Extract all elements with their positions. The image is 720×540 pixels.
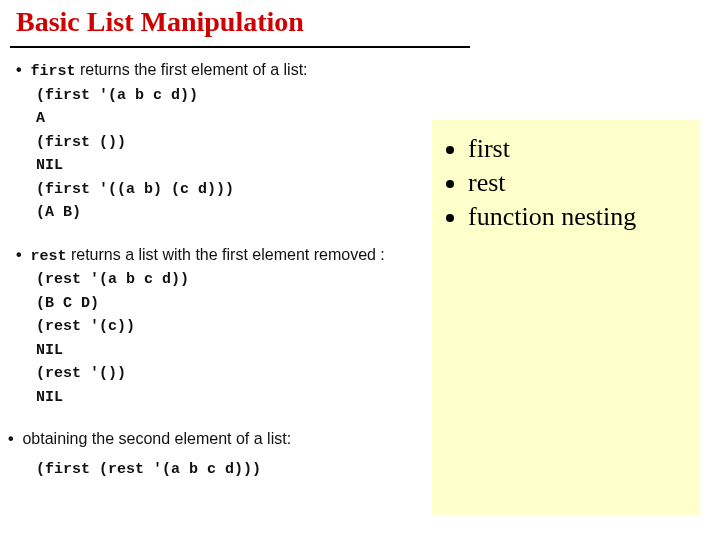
spacer bbox=[16, 411, 476, 421]
code-line: (first '(a b c d)) bbox=[36, 86, 476, 106]
code-line: (first '((a b) (c d))) bbox=[36, 180, 476, 200]
code-line: (B C D) bbox=[36, 294, 476, 314]
list-item: first bbox=[468, 132, 684, 166]
code-line: (rest '(a b c d)) bbox=[36, 270, 476, 290]
bullet-icon: • bbox=[16, 245, 26, 266]
text-token: returns the first element of a list: bbox=[75, 61, 307, 78]
bullet-icon: • bbox=[16, 60, 26, 81]
spacer bbox=[16, 227, 476, 237]
code-line: (rest '(c)) bbox=[36, 317, 476, 337]
bullet-line: • first returns the first element of a l… bbox=[16, 60, 476, 82]
list-item: function nesting bbox=[468, 200, 684, 234]
code-line: (first (rest '(a b c d))) bbox=[36, 460, 476, 480]
code-token: rest bbox=[30, 248, 66, 265]
slide: Basic List Manipulation • first returns … bbox=[0, 0, 720, 540]
code-line: (first ()) bbox=[36, 133, 476, 153]
code-line: NIL bbox=[36, 341, 476, 361]
bullet-icon: • bbox=[8, 429, 18, 450]
code-line: NIL bbox=[36, 388, 476, 408]
code-line: NIL bbox=[36, 156, 476, 176]
code-token: first bbox=[30, 63, 75, 80]
title-rule bbox=[10, 46, 470, 48]
page-title: Basic List Manipulation bbox=[16, 6, 304, 38]
overlay-list: first rest function nesting bbox=[448, 132, 684, 233]
text-token: returns a list with the first element re… bbox=[66, 246, 384, 263]
text-token: obtaining the second element of a list: bbox=[22, 430, 291, 447]
code-line: A bbox=[36, 109, 476, 129]
code-line: (A B) bbox=[36, 203, 476, 223]
bullet-line: • rest returns a list with the first ele… bbox=[16, 245, 476, 267]
code-line: (rest '()) bbox=[36, 364, 476, 384]
overlay-panel: first rest function nesting bbox=[432, 120, 700, 515]
list-item: rest bbox=[468, 166, 684, 200]
background-content: • first returns the first element of a l… bbox=[16, 60, 476, 483]
bullet-line: • obtaining the second element of a list… bbox=[8, 429, 476, 450]
